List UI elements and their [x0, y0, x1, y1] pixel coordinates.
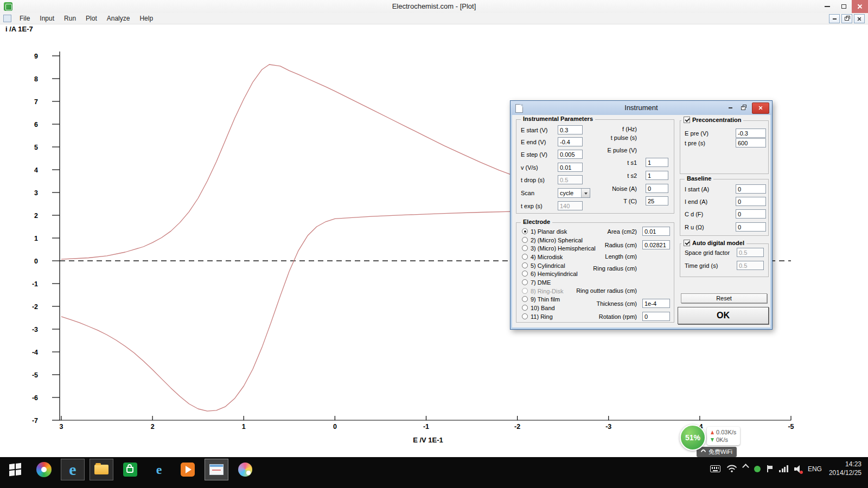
instrument-dialog: Instrument Instrumental Parameters E sta…	[510, 100, 773, 330]
field-row: t s2	[516, 171, 674, 181]
dialog-body: Instrumental Parameters E start (V) E en…	[512, 115, 770, 328]
group-caption-label: Preconcentration	[692, 117, 741, 123]
menu-run[interactable]: Run	[59, 14, 81, 23]
system-tray: ENG 14:23 2014/12/25	[710, 460, 866, 477]
field-label: Ring outter radius (cm)	[538, 287, 637, 294]
wifi-icon[interactable]	[726, 465, 737, 473]
ok-button[interactable]: OK	[678, 307, 769, 324]
ts1-input[interactable]	[646, 158, 668, 167]
group-preconcentration: Preconcentration E pre (V) t pre (s)	[680, 120, 769, 174]
close-button[interactable]	[852, 0, 868, 13]
field-label: Time grid (s)	[685, 262, 718, 269]
download-arrow-icon	[711, 438, 714, 442]
y-tick-label: -6	[32, 394, 38, 402]
taskbar-icon-media-player[interactable]	[176, 459, 200, 480]
field-row: t pre (s)	[680, 138, 768, 148]
dialog-maximize-button[interactable]	[737, 103, 750, 113]
taskbar-clock[interactable]: 14:23 2014/12/25	[829, 460, 861, 477]
dialog-controls	[724, 101, 769, 115]
preconcentration-checkbox[interactable]	[684, 117, 690, 123]
window-title: Electrochemist.com - [Plot]	[0, 0, 868, 13]
y-tick-label: 6	[34, 121, 38, 129]
status-green-icon[interactable]	[754, 466, 761, 472]
menu-help[interactable]: Help	[135, 14, 158, 23]
ru-input[interactable]	[736, 222, 766, 232]
minimize-icon	[825, 6, 830, 7]
field-label: Length (cm)	[538, 253, 637, 260]
close-icon	[857, 4, 863, 9]
action-center-flag-icon[interactable]	[767, 465, 773, 472]
taskbar-icon-paint[interactable]	[233, 459, 257, 480]
dialog-minimize-button[interactable]	[724, 103, 737, 113]
taskbar-icon-store[interactable]	[118, 459, 142, 480]
mdi-window-controls	[827, 14, 865, 23]
menu-input[interactable]: Input	[35, 14, 59, 23]
internet-explorer-icon: e	[69, 461, 76, 478]
y-tick-label: -4	[32, 349, 38, 356]
dialog-titlebar[interactable]: Instrument	[510, 101, 772, 115]
dialog-close-button[interactable]	[752, 102, 769, 114]
menu-file[interactable]: File	[15, 14, 35, 23]
radius-input[interactable]	[642, 240, 670, 249]
i-end-input[interactable]	[736, 197, 766, 206]
maximize-button[interactable]	[835, 0, 852, 13]
auto-digital-model-checkbox[interactable]	[684, 240, 690, 246]
minimize-button[interactable]	[819, 0, 835, 13]
temperature-input[interactable]	[646, 196, 668, 206]
field-row: Area (cm2)	[516, 227, 674, 236]
group-baseline: Baseline I start (A) I end (A) C d (F) R…	[680, 179, 769, 236]
cd-input[interactable]	[736, 209, 766, 219]
field-label: t s2	[582, 172, 637, 179]
field-label: Noise (A)	[582, 185, 637, 192]
start-button[interactable]	[3, 459, 27, 480]
mdi-document-icon[interactable]	[3, 15, 11, 22]
e-pre-input[interactable]	[736, 129, 766, 138]
field-row: Ring outter radius (cm)	[516, 286, 674, 296]
i-start-input[interactable]	[736, 184, 766, 194]
free-wifi-tag[interactable]: 免费WiFi	[697, 447, 737, 457]
field-row: Ring radius (cm)	[516, 264, 674, 273]
language-indicator[interactable]: ENG	[808, 465, 822, 473]
x-tick-label: -3	[605, 423, 611, 431]
noise-input[interactable]	[646, 184, 668, 193]
group-caption: Electrode	[521, 219, 552, 225]
rotation-input[interactable]	[642, 312, 670, 321]
signal-bars-icon[interactable]	[779, 465, 788, 472]
taskbar: e e ENG 14:23 2014/12/25	[0, 457, 868, 488]
thickness-input[interactable]	[642, 299, 670, 308]
taskbar-icon-internet-explorer[interactable]: e	[61, 459, 85, 480]
hidden-icons-caret[interactable]	[743, 464, 750, 471]
close-icon	[758, 106, 763, 110]
wifi-icon	[700, 448, 707, 455]
field-row: t s1	[516, 158, 674, 168]
palette-icon	[238, 463, 252, 477]
group-caption: Instrumental Parameters	[521, 115, 595, 122]
t-pre-input[interactable]	[736, 138, 766, 147]
area-input[interactable]	[642, 227, 670, 236]
plot-window-icon	[209, 464, 224, 475]
volume-icon[interactable]	[794, 465, 802, 473]
ts2-input[interactable]	[646, 171, 668, 180]
download-speed: 0K/s	[716, 436, 728, 444]
field-row: I start (A)	[680, 184, 768, 194]
taskbar-icon-browser-swirl[interactable]	[32, 459, 56, 480]
electrode-option-dme[interactable]: 7) DME	[522, 278, 551, 286]
taskbar-icon-plot-app[interactable]	[205, 459, 228, 480]
group-caption-label: Auto digital model	[692, 240, 744, 246]
internet-explorer-icon: e	[156, 463, 162, 476]
mdi-restore-button[interactable]	[841, 14, 852, 23]
group-auto-digital-model: Auto digital model Space grid factor Tim…	[680, 243, 769, 277]
mdi-close-button[interactable]	[854, 14, 865, 23]
taskbar-icon-file-explorer[interactable]	[90, 459, 113, 480]
field-label: I end (A)	[685, 198, 707, 205]
wifi-share-percent-badge[interactable]: 51%	[680, 425, 706, 451]
mdi-minimize-button[interactable]	[829, 14, 840, 23]
taskbar-icon-internet-explorer-small[interactable]: e	[147, 459, 171, 480]
keyboard-icon[interactable]	[710, 465, 720, 472]
field-label: Area (cm2)	[538, 228, 637, 235]
reset-button[interactable]: Reset	[681, 293, 767, 303]
field-label: E pulse (V)	[582, 147, 637, 153]
menu-analyze[interactable]: Analyze	[102, 14, 135, 23]
menu-bar: File Input Run Plot Analyze Help	[0, 13, 868, 24]
menu-plot[interactable]: Plot	[81, 14, 102, 23]
